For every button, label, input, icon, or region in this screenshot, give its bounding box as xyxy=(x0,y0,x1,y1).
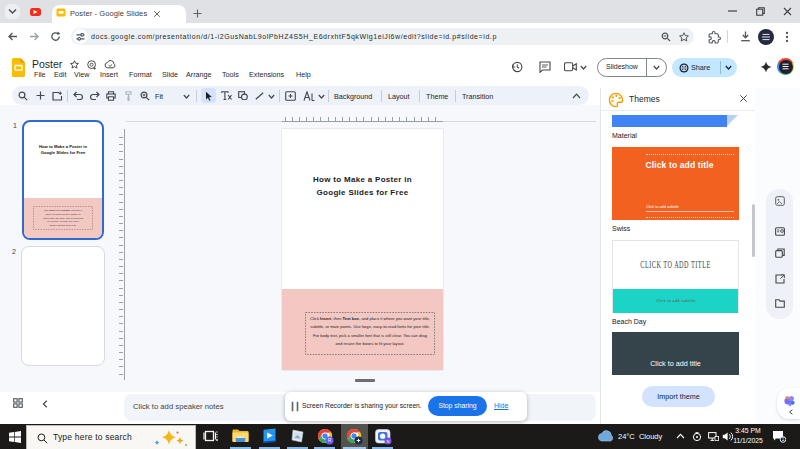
svg-text:1: 1 xyxy=(782,437,785,442)
svg-text:N: N xyxy=(386,439,389,444)
